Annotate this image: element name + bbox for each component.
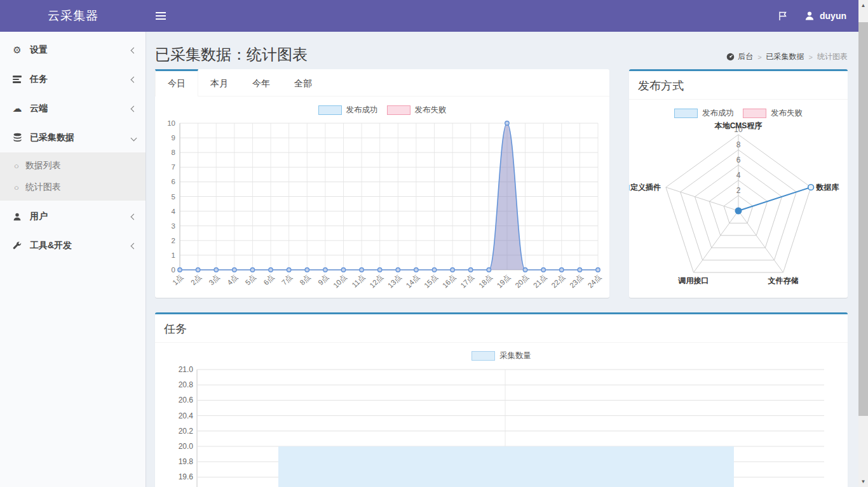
svg-text:11点: 11点 — [350, 273, 366, 289]
tab-this-year[interactable]: 今年 — [240, 69, 282, 96]
collected-data-submenu: ○ 数据列表 ○ 统计图表 — [0, 152, 146, 201]
sidebar-item-label: 任务 — [30, 74, 48, 85]
chevron-left-icon — [131, 243, 137, 249]
svg-text:3: 3 — [172, 222, 175, 230]
svg-text:15点: 15点 — [423, 273, 439, 290]
sidebar-item-label: 已采集数据 — [30, 132, 74, 143]
breadcrumb-home-link[interactable]: 后台 — [726, 51, 753, 62]
tab-this-month[interactable]: 本月 — [198, 69, 240, 96]
svg-text:9: 9 — [172, 134, 175, 142]
sidebar-item-label: 云端 — [30, 103, 48, 114]
svg-text:13点: 13点 — [386, 273, 403, 290]
legend-success-swatch — [674, 109, 698, 118]
cloud-icon: ☁ — [10, 103, 25, 114]
svg-text:7: 7 — [172, 163, 175, 171]
svg-text:20.2: 20.2 — [179, 427, 194, 436]
username-label: duyun — [820, 11, 846, 21]
tab-all[interactable]: 全部 — [282, 69, 324, 96]
sidebar-item-tasks[interactable]: 任务 — [0, 65, 146, 94]
svg-text:21点: 21点 — [532, 273, 548, 290]
svg-text:20.6: 20.6 — [179, 396, 194, 404]
svg-text:9点: 9点 — [316, 273, 330, 286]
legend-collect-count-label: 采集数量 — [499, 350, 531, 361]
bar-chart-legend: 采集数量 — [155, 350, 848, 361]
page-title: 已采集数据：统计图表 — [155, 44, 308, 65]
svg-text:8点: 8点 — [299, 273, 312, 286]
svg-text:6: 6 — [736, 156, 741, 164]
svg-text:6点: 6点 — [262, 273, 275, 286]
circle-icon: ○ — [14, 161, 19, 171]
svg-text:10点: 10点 — [332, 273, 348, 290]
legend-fail-swatch — [387, 105, 410, 115]
scroll-up-arrow[interactable]: ▲ — [858, 1, 868, 10]
hourly-publish-line-chart: 0123456789101点2点3点4点5点6点7点8点9点10点11点12点1… — [161, 117, 603, 296]
svg-text:20.0: 20.0 — [179, 442, 194, 451]
svg-text:6: 6 — [172, 178, 175, 185]
svg-text:23点: 23点 — [568, 273, 585, 290]
breadcrumb-current: 统计图表 — [817, 51, 848, 62]
tasks-icon — [10, 74, 25, 85]
sidebar-item-statistics-chart[interactable]: ○ 统计图表 — [0, 177, 146, 198]
sidebar-item-label: 统计图表 — [25, 182, 61, 193]
sidebar-item-label: 工具&开发 — [30, 240, 72, 251]
svg-text:8: 8 — [736, 140, 741, 149]
svg-text:20点: 20点 — [513, 273, 530, 290]
svg-text:19点: 19点 — [496, 273, 512, 290]
sidebar-item-users[interactable]: 用户 — [0, 202, 146, 231]
publish-method-panel: 发布方式 发布成功 发布失败 246810本地CMS程序数据库文件存储调用接口自… — [629, 69, 848, 298]
flag-icon — [778, 11, 788, 21]
svg-text:调用接口: 调用接口 — [677, 276, 709, 285]
line-chart-legend: 发布成功 发布失败 — [155, 105, 609, 116]
sidebar: ⚙ 设置 任务 ☁ 云端 已采集数据 — [0, 32, 146, 487]
svg-text:3点: 3点 — [207, 273, 220, 286]
svg-text:19.6: 19.6 — [179, 472, 194, 481]
scroll-down-arrow[interactable]: ▼ — [858, 477, 868, 486]
svg-text:19.8: 19.8 — [179, 457, 194, 466]
flag-menu-button[interactable] — [778, 0, 788, 32]
scrollbar-thumb[interactable] — [858, 22, 868, 416]
sidebar-item-tools-dev[interactable]: 工具&开发 — [0, 231, 146, 260]
hamburger-icon — [156, 10, 166, 22]
top-header: 云采集器 duyun — [0, 0, 868, 32]
svg-text:21.0: 21.0 — [179, 365, 194, 374]
user-menu-button[interactable]: duyun — [804, 0, 846, 32]
sidebar-item-cloud[interactable]: ☁ 云端 — [0, 94, 146, 123]
sidebar-item-label: 用户 — [30, 211, 48, 222]
sidebar-item-data-list[interactable]: ○ 数据列表 — [0, 155, 146, 177]
database-icon — [10, 133, 25, 143]
svg-text:5点: 5点 — [244, 273, 257, 286]
breadcrumb-separator: > — [809, 53, 813, 61]
svg-text:20.8: 20.8 — [179, 380, 194, 389]
page-scrollbar[interactable]: ▲ ▼ — [858, 0, 868, 487]
tab-today[interactable]: 今日 — [155, 69, 198, 97]
svg-text:10: 10 — [167, 119, 175, 127]
wrench-icon — [10, 241, 25, 251]
chevron-left-icon — [131, 105, 137, 112]
svg-text:2: 2 — [172, 237, 175, 244]
svg-text:文件存储: 文件存储 — [768, 276, 799, 285]
app-logo[interactable]: 云采集器 — [0, 8, 146, 24]
sidebar-item-collected-data[interactable]: 已采集数据 — [0, 123, 146, 152]
svg-text:5: 5 — [172, 193, 175, 201]
sidebar-toggle-button[interactable] — [146, 0, 175, 32]
breadcrumb-collected-data-link[interactable]: 已采集数据 — [766, 51, 804, 62]
gear-icon: ⚙ — [10, 44, 25, 56]
svg-text:2点: 2点 — [189, 273, 203, 286]
chevron-left-icon — [131, 76, 137, 83]
main-content: 已采集数据：统计图表 后台 > 已采集数据 > 统计图表 今日 本月 今年 — [146, 32, 858, 487]
svg-text:数据库: 数据库 — [815, 183, 839, 192]
panel-title: 任务 — [164, 323, 187, 335]
svg-text:20.4: 20.4 — [179, 411, 194, 420]
svg-text:4: 4 — [736, 171, 741, 180]
legend-success-label: 发布成功 — [702, 108, 734, 119]
svg-text:4点: 4点 — [226, 273, 239, 286]
svg-text:0: 0 — [172, 266, 175, 274]
svg-text:18点: 18点 — [477, 273, 494, 290]
svg-text:4: 4 — [172, 208, 176, 215]
legend-success-swatch — [318, 105, 342, 115]
sidebar-item-settings[interactable]: ⚙ 设置 — [0, 36, 146, 65]
radar-chart-legend: 发布成功 发布失败 — [629, 108, 848, 119]
svg-text:24点: 24点 — [587, 273, 603, 290]
svg-text:14点: 14点 — [405, 273, 421, 290]
svg-text:7点: 7点 — [280, 273, 294, 286]
